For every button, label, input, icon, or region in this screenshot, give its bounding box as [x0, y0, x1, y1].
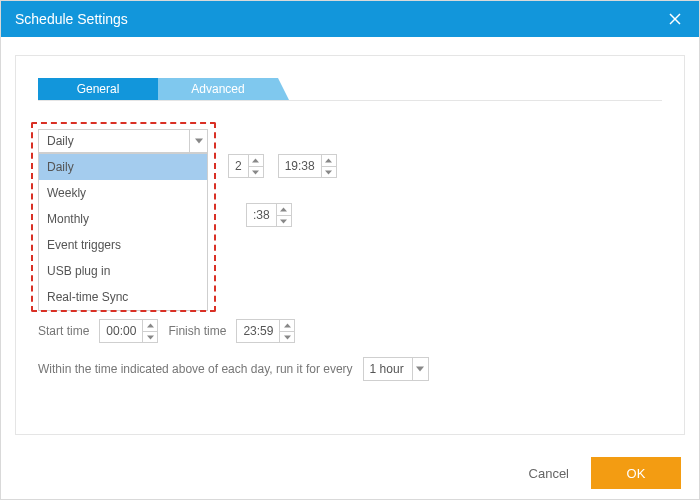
interval-row: Within the time indicated above of each …: [38, 357, 429, 381]
caret-up-icon: [284, 323, 291, 328]
frequency-option-usb-plug-in[interactable]: USB plug in: [39, 258, 207, 284]
frequency-dropdown-list: Daily Weekly Monthly Event triggers USB …: [38, 153, 208, 311]
secondary-time-down[interactable]: [277, 215, 291, 226]
start-time-up[interactable]: [143, 320, 157, 331]
secondary-time-spinner[interactable]: :38: [246, 203, 292, 227]
once-time-steppers: [321, 155, 336, 177]
caret-up-icon: [147, 323, 154, 328]
finish-time-steppers: [279, 320, 294, 342]
once-datetime-row: 2 19:38: [228, 154, 337, 178]
start-time-value: 00:00: [100, 324, 142, 338]
caret-down-icon: [280, 219, 287, 224]
interval-select-caret[interactable]: [412, 358, 428, 380]
tab-advanced[interactable]: Advanced: [158, 78, 278, 100]
caret-down-icon: [252, 170, 259, 175]
titlebar: Schedule Settings: [1, 1, 699, 37]
close-button[interactable]: [657, 1, 693, 37]
frequency-select-caret[interactable]: [189, 130, 207, 152]
once-date-steppers: [248, 155, 263, 177]
secondary-time-up[interactable]: [277, 204, 291, 215]
frequency-option-daily[interactable]: Daily: [39, 154, 207, 180]
finish-time-spinner[interactable]: 23:59: [236, 319, 295, 343]
cancel-button[interactable]: Cancel: [519, 460, 579, 487]
tab-row: General Advanced: [38, 78, 662, 101]
frequency-option-real-time-sync[interactable]: Real-time Sync: [39, 284, 207, 310]
window: Schedule Settings General Advanced Daily…: [0, 0, 700, 500]
caret-down-icon: [284, 335, 291, 340]
footer: Cancel OK: [1, 447, 699, 499]
start-time-label: Start time: [38, 324, 89, 338]
tab-advanced-label: Advanced: [191, 82, 244, 96]
finish-time-down[interactable]: [280, 331, 294, 342]
caret-down-icon: [416, 365, 424, 373]
start-time-down[interactable]: [143, 331, 157, 342]
once-time-spinner[interactable]: 19:38: [278, 154, 337, 178]
once-date-down[interactable]: [249, 166, 263, 177]
start-finish-row: Start time 00:00 Finish time 23:59: [38, 319, 295, 343]
finish-time-value: 23:59: [237, 324, 279, 338]
caret-down-icon: [147, 335, 154, 340]
frequency-option-weekly[interactable]: Weekly: [39, 180, 207, 206]
frequency-option-monthly[interactable]: Monthly: [39, 206, 207, 232]
tab-general-label: General: [77, 82, 120, 96]
caret-up-icon: [280, 207, 287, 212]
once-time-down[interactable]: [322, 166, 336, 177]
frequency-select-value: Daily: [39, 134, 189, 148]
secondary-time-value: :38: [247, 208, 276, 222]
start-time-steppers: [142, 320, 157, 342]
interval-select[interactable]: 1 hour: [363, 357, 429, 381]
secondary-time-steppers: [276, 204, 291, 226]
finish-time-label: Finish time: [168, 324, 226, 338]
ok-button[interactable]: OK: [591, 457, 681, 489]
settings-body: Daily Daily Weekly Monthly Event trigger…: [16, 101, 684, 153]
interval-select-value: 1 hour: [364, 362, 412, 376]
caret-up-icon: [252, 158, 259, 163]
close-icon: [669, 13, 681, 25]
once-time-value: 19:38: [279, 159, 321, 173]
secondary-time-wrapper: :38: [246, 203, 292, 227]
content-card: General Advanced Daily Daily Weekly Mont…: [15, 55, 685, 435]
start-time-spinner[interactable]: 00:00: [99, 319, 158, 343]
once-time-up[interactable]: [322, 155, 336, 166]
caret-down-icon: [195, 137, 203, 145]
caret-up-icon: [325, 158, 332, 163]
once-date-up[interactable]: [249, 155, 263, 166]
window-title: Schedule Settings: [15, 11, 128, 27]
tab-general[interactable]: General: [38, 78, 158, 100]
finish-time-up[interactable]: [280, 320, 294, 331]
once-date-spinner[interactable]: 2: [228, 154, 264, 178]
frequency-option-event-triggers[interactable]: Event triggers: [39, 232, 207, 258]
once-date-value: 2: [229, 159, 248, 173]
interval-text: Within the time indicated above of each …: [38, 362, 353, 376]
frequency-select[interactable]: Daily Daily Weekly Monthly Event trigger…: [38, 129, 208, 153]
caret-down-icon: [325, 170, 332, 175]
